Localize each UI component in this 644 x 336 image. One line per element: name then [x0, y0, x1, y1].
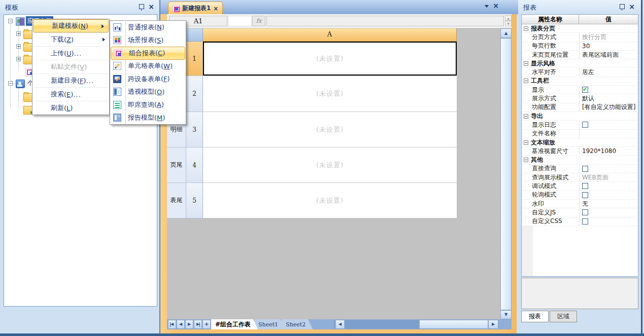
add-sheet-button[interactable] [202, 320, 211, 329]
collapse-box[interactable] [8, 19, 13, 23]
property-value[interactable] [579, 130, 638, 138]
collapse-box[interactable] [524, 26, 528, 31]
spinner-down-icon[interactable] [505, 21, 512, 26]
expand-box[interactable] [16, 31, 21, 36]
property-value[interactable]: [有自定义功能设置] [579, 103, 638, 111]
property-value[interactable]: 1920*1080 [579, 147, 638, 155]
fx-button[interactable]: fx [252, 16, 265, 26]
context-menu-item[interactable]: 新建模板N [33, 19, 109, 32]
submenu-item[interactable]: 场景报表S [110, 34, 186, 47]
collapse-box[interactable] [8, 81, 13, 86]
property-value[interactable] [579, 121, 638, 129]
context-menu-item[interactable]: 新建目录F... [32, 74, 109, 87]
column-header-a[interactable]: A [203, 28, 457, 42]
property-value[interactable]: 30 [579, 42, 638, 50]
row-header[interactable]: 4 [186, 147, 203, 183]
checkbox-unchecked[interactable] [582, 192, 588, 198]
property-value[interactable] [579, 86, 638, 94]
formula-input[interactable] [266, 16, 504, 26]
document-close-icon[interactable] [493, 3, 499, 9]
checkbox-unchecked[interactable] [582, 209, 588, 215]
property-value[interactable] [579, 165, 638, 173]
property-value[interactable]: 居左 [579, 68, 638, 76]
row-header[interactable]: 1 [186, 42, 203, 76]
property-value[interactable] [579, 217, 638, 226]
submenu-item[interactable]: 单元格表单W [110, 60, 186, 73]
property-value[interactable] [579, 182, 638, 190]
property-group-row[interactable]: 导出 [522, 112, 638, 121]
report-cell[interactable]: (未设置) [203, 42, 457, 76]
property-group-row[interactable]: 工具栏 [522, 77, 638, 86]
horizontal-scroll-thumb[interactable] [419, 320, 488, 329]
submenu-item[interactable]: 即席查询A [110, 98, 186, 111]
context-menu-item[interactable]: 下载Z [32, 33, 109, 46]
report-cell[interactable]: (未设置) [203, 183, 457, 218]
property-value[interactable]: 默认 [579, 94, 638, 102]
tab-area[interactable]: 区域 [550, 311, 577, 322]
sheet-tab[interactable]: #组合工作表 [211, 319, 258, 329]
checkbox-checked[interactable] [582, 87, 588, 93]
property-value[interactable]: WEB页面 [579, 173, 638, 181]
collapse-box[interactable] [524, 114, 528, 119]
sheet-tab[interactable]: Sheet1 [254, 319, 285, 329]
last-sheet-button[interactable] [194, 320, 202, 329]
row-header[interactable]: 2 [186, 76, 203, 112]
property-value[interactable]: 表尾区域前面 [579, 51, 638, 59]
row-group-label[interactable]: 页尾 [167, 147, 186, 183]
property-value[interactable]: 无 [579, 200, 638, 208]
row-header[interactable]: 5 [186, 183, 203, 218]
collapse-box[interactable] [524, 140, 528, 145]
sheet-tab[interactable]: Sheet2 [282, 319, 313, 329]
row-header[interactable]: 3 [186, 112, 203, 147]
report-cell[interactable]: (未设置) [203, 112, 457, 147]
tab-list-dropdown-icon[interactable] [485, 5, 489, 8]
vertical-scrollbar[interactable] [500, 28, 512, 319]
tab-close-icon[interactable] [213, 5, 218, 12]
scroll-down-icon[interactable] [500, 310, 512, 319]
hscroll-right-icon[interactable] [488, 320, 498, 329]
document-tab[interactable]: 新建报表1 [168, 2, 223, 15]
row-group-label[interactable]: 表尾 [167, 183, 186, 218]
document-tabbar: 新建报表1 [160, 0, 518, 14]
first-sheet-button[interactable] [168, 320, 176, 329]
property-group-row[interactable]: 其他 [522, 156, 638, 164]
collapse-box[interactable] [524, 61, 528, 66]
checkbox-unchecked[interactable] [582, 218, 588, 225]
submenu-item[interactable]: 透视模型O [110, 86, 186, 99]
property-group-row[interactable]: 显示风格 [522, 59, 638, 68]
context-menu-item[interactable]: 刷新L [32, 101, 109, 115]
context-menu-item[interactable]: 上传U... [32, 47, 109, 60]
context-menu-item[interactable]: 搜索E... [32, 88, 109, 101]
horizontal-scroll-track[interactable] [345, 320, 419, 329]
property-value[interactable] [579, 191, 638, 199]
hscroll-left-icon[interactable] [335, 320, 345, 329]
property-group-row[interactable]: 文本缩放 [522, 138, 638, 147]
checkbox-unchecked[interactable] [582, 166, 588, 172]
formula-aux-box [228, 16, 252, 26]
submenu-item[interactable]: 普通报表N [110, 21, 186, 34]
checkbox-unchecked[interactable] [582, 183, 588, 189]
property-value[interactable]: 按行分页 [579, 33, 638, 41]
next-sheet-button[interactable] [185, 320, 193, 329]
prev-sheet-button[interactable] [177, 320, 185, 329]
collapse-box[interactable] [524, 158, 528, 162]
close-icon[interactable] [148, 4, 154, 10]
report-cell[interactable]: (未设置) [203, 76, 457, 112]
expand-box[interactable] [16, 57, 21, 61]
close-icon[interactable] [629, 4, 635, 10]
property-value[interactable] [579, 208, 638, 216]
pin-icon[interactable] [139, 4, 144, 9]
tab-report[interactable]: 报表 [521, 311, 549, 322]
collapse-box[interactable] [524, 79, 528, 83]
submenu-item[interactable]: 组合报表C [111, 47, 185, 60]
scroll-up-icon[interactable] [500, 28, 512, 38]
submenu-item[interactable]: 跨设备表单F [110, 72, 186, 86]
expand-box[interactable] [16, 44, 21, 49]
property-group-row[interactable]: 报表分页 [522, 24, 638, 33]
vertical-scroll-thumb[interactable] [500, 38, 512, 310]
report-cell[interactable]: (未设置) [203, 147, 457, 183]
checkbox-unchecked[interactable] [582, 122, 588, 128]
pin-icon[interactable] [620, 4, 625, 9]
submenu-item[interactable]: 报告模型M [110, 111, 186, 125]
spinner-up-icon[interactable] [505, 15, 512, 21]
